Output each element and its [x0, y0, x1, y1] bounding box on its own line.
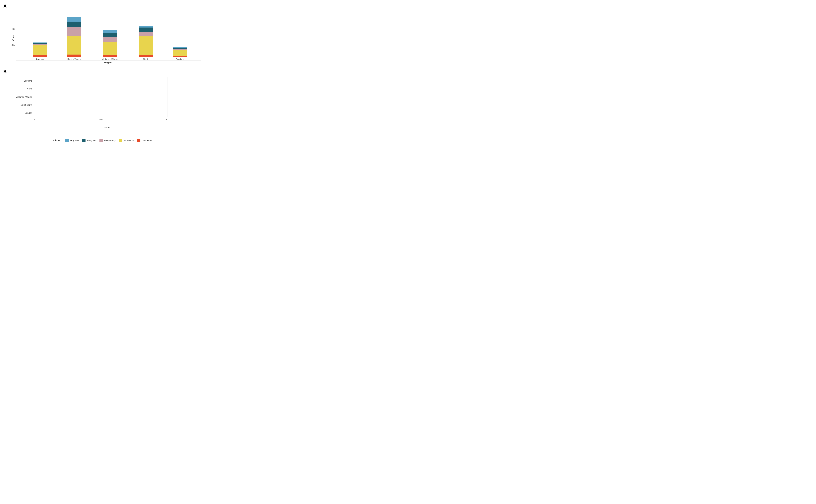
- grid-label: 400: [12, 28, 16, 30]
- legend-color-box: [119, 139, 122, 142]
- chart-b-area: ScotlandNorthMidlands / WalesRest of Sou…: [12, 77, 201, 121]
- legend-color-box: [82, 139, 85, 142]
- legend-color-box: [99, 139, 103, 142]
- grid-label: 200: [12, 44, 16, 46]
- stacked-bar: [103, 30, 117, 57]
- panel-b: B ScotlandNorthMidlands / WalesRest of S…: [3, 69, 201, 129]
- bar-group: Rest of South: [67, 17, 81, 60]
- chart-b-y-label: London: [12, 109, 32, 117]
- chart-b-x-axis-label: Count: [12, 126, 201, 129]
- panel-b-label: B: [3, 69, 201, 74]
- chart-b-y-labels: ScotlandNorthMidlands / WalesRest of Sou…: [12, 77, 34, 121]
- bar-group: London: [33, 42, 47, 60]
- legend-item-label: Very badly: [123, 139, 134, 142]
- bar-segment: [67, 36, 81, 55]
- h-bar-row: [34, 101, 201, 108]
- bar-segment: [103, 30, 117, 33]
- bar-segment: [103, 55, 117, 57]
- legend-item: Fairly badly: [99, 139, 115, 142]
- chart-b-wrapper: ScotlandNorthMidlands / WalesRest of Sou…: [3, 75, 201, 129]
- legend-item: Fairly well: [82, 139, 96, 142]
- legend-item-label: Fairly well: [86, 139, 96, 142]
- bar-segment: [103, 37, 117, 42]
- h-bar-row: [34, 85, 201, 93]
- bar-x-label: Midlands / Wales: [102, 58, 118, 60]
- h-grid-label: 200: [99, 118, 102, 121]
- chart-a-bars: LondonRest of SouthMidlands / WalesNorth…: [23, 11, 197, 60]
- h-bar-row: [34, 78, 201, 85]
- stacked-bar: [139, 26, 153, 57]
- bar-group: Midlands / Wales: [102, 30, 118, 60]
- legend-item: Very well: [65, 139, 79, 142]
- bar-segment: [103, 42, 117, 55]
- chart-a-area: LondonRest of SouthMidlands / WalesNorth…: [16, 11, 201, 64]
- bar-segment: [139, 55, 153, 57]
- chart-b-y-label: Rest of South: [12, 101, 32, 109]
- bar-segment: [173, 49, 187, 50]
- bar-x-label: London: [36, 58, 44, 60]
- bar-segment: [33, 45, 47, 55]
- bar-segment: [67, 55, 81, 57]
- main-container: A Count LondonRest of SouthMidlands / Wa…: [3, 3, 201, 144]
- legend-color-box: [137, 139, 140, 142]
- bar-group: North: [139, 26, 153, 60]
- chart-b-inner-area: 0200400: [34, 77, 201, 117]
- bar-x-label: North: [143, 58, 149, 60]
- chart-b-bars-col: [34, 77, 201, 117]
- chart-a-plot-area: Count LondonRest of SouthMidlands / Wale…: [3, 10, 201, 64]
- bar-segment: [139, 32, 153, 36]
- chart-a-gridlines: LondonRest of SouthMidlands / WalesNorth…: [16, 11, 201, 60]
- legend-title: Opinion: [52, 139, 61, 142]
- chart-b-inner: ScotlandNorthMidlands / WalesRest of Sou…: [12, 77, 201, 121]
- bar-segment: [33, 55, 47, 57]
- h-grid-label: 400: [166, 118, 169, 121]
- panel-a-label: A: [3, 3, 201, 9]
- bar-segment: [173, 56, 187, 57]
- bar-segment: [33, 44, 47, 45]
- bar-segment: [67, 22, 81, 27]
- h-bar-row: [34, 93, 201, 101]
- h-bar-row: [34, 108, 201, 116]
- bar-segment: [103, 33, 117, 37]
- bar-x-label: Rest of South: [67, 58, 81, 60]
- grid-line: 200: [16, 45, 201, 45]
- legend-item-label: Fairly badly: [104, 139, 115, 142]
- bar-x-label: Scotland: [176, 58, 184, 60]
- bar-segment: [139, 26, 153, 28]
- legend-item-label: Very well: [70, 139, 79, 142]
- stacked-bar: [173, 47, 187, 57]
- h-grid-label: 0: [34, 118, 35, 121]
- bar-segment: [173, 50, 187, 56]
- bar-segment: [67, 27, 81, 36]
- chart-b-layout: ScotlandNorthMidlands / WalesRest of Sou…: [12, 77, 201, 121]
- legend: OpinionVery wellFairly wellFairly badlyV…: [3, 137, 201, 144]
- bar-segment: [139, 28, 153, 32]
- chart-b-y-label: North: [12, 85, 32, 93]
- bar-segment: [139, 36, 153, 55]
- legend-item: Very badly: [119, 139, 134, 142]
- chart-b-bars-area: 0200400: [34, 77, 201, 121]
- legend-item: Don't know: [137, 139, 152, 142]
- chart-b-y-label: Scotland: [12, 77, 32, 85]
- stacked-bar: [67, 17, 81, 57]
- chart-b-y-label: Midlands / Wales: [12, 93, 32, 101]
- legend-color-box: [65, 139, 69, 142]
- chart-a-x-axis-label: Region: [16, 61, 201, 64]
- chart-a-y-axis-label: Count: [12, 11, 15, 64]
- bar-segment: [67, 17, 81, 22]
- bar-group: Scotland: [173, 47, 187, 60]
- legend-item-label: Don't know: [141, 139, 152, 142]
- grid-label: 0: [14, 59, 16, 62]
- panel-a: A Count LondonRest of SouthMidlands / Wa…: [3, 3, 201, 64]
